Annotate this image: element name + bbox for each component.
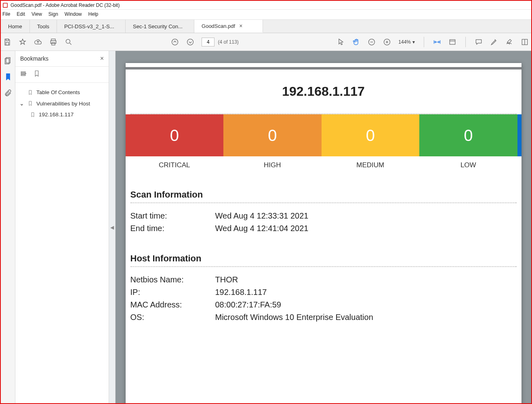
bookmark-host-ip[interactable]: 192.168.1.117	[18, 109, 106, 120]
severity-bar: 0 0 0 0	[126, 114, 521, 156]
mac-value: 08:00:27:17:FA:59	[215, 300, 281, 309]
collapse-handle-icon[interactable]: ◀	[110, 225, 114, 230]
thumbnails-icon[interactable]	[4, 57, 12, 65]
sign-icon[interactable]	[505, 38, 513, 46]
nav-rail	[1, 51, 15, 403]
ip-value: 192.168.1.117	[215, 288, 267, 297]
fit-width-icon[interactable]	[433, 38, 441, 46]
menu-edit[interactable]: Edit	[17, 11, 25, 18]
severity-medium-count: 0	[322, 114, 420, 156]
severity-low-label: LOW	[419, 161, 517, 169]
save-icon[interactable]	[3, 38, 11, 46]
page-count: (4 of 113)	[218, 39, 238, 45]
page: 192.168.1.117 0 0 0 0 CRITICAL HIGH MEDI…	[126, 63, 521, 403]
svg-rect-1	[4, 3, 7, 7]
svg-rect-3	[6, 42, 9, 45]
menu-sign[interactable]: Sign	[48, 11, 58, 18]
close-panel-icon[interactable]: ×	[100, 55, 104, 62]
panel-collapse-gutter[interactable]: ◀	[109, 51, 116, 403]
header-bar	[126, 67, 521, 69]
severity-low-count: 0	[419, 114, 517, 156]
separator	[465, 37, 466, 47]
page-down-icon[interactable]	[186, 38, 194, 46]
comment-icon[interactable]	[475, 38, 483, 46]
tab-home[interactable]: Home	[1, 20, 30, 33]
start-time-label: Start time:	[130, 211, 215, 221]
menu-help[interactable]: Help	[88, 11, 99, 18]
host-info-title: Host Information	[130, 253, 517, 264]
print-icon[interactable]	[49, 38, 57, 46]
svg-rect-2	[6, 39, 9, 40]
more-tools-icon[interactable]	[521, 38, 529, 46]
divider	[130, 202, 517, 203]
svg-point-8	[172, 39, 178, 45]
attachments-icon[interactable]	[4, 89, 12, 97]
start-time-value: Wed Aug 4 12:33:31 2021	[215, 211, 309, 221]
tab-goodscan[interactable]: GoodScan.pdf ×	[194, 20, 263, 33]
highlight-icon[interactable]	[490, 38, 498, 46]
svg-rect-16	[21, 72, 25, 73]
menu-window[interactable]: Window	[65, 11, 82, 18]
cloud-upload-icon[interactable]	[34, 38, 42, 46]
bookmarks-icon[interactable]	[4, 73, 12, 81]
svg-rect-12	[450, 40, 455, 44]
menu-file[interactable]: File	[2, 11, 10, 18]
severity-high-label: HIGH	[223, 161, 322, 169]
severity-labels: CRITICAL HIGH MEDIUM LOW	[126, 161, 521, 169]
chevron-down-icon[interactable]: ⌄	[19, 100, 24, 107]
tab-bar: Home Tools PCI-DSS-v3_2_1-S... Sec-1 Sec…	[1, 20, 531, 33]
svg-rect-18	[21, 75, 25, 76]
zoom-dropdown[interactable]: 144% ▾	[398, 39, 415, 45]
scan-info-title: Scan Information	[130, 189, 517, 200]
svg-rect-6	[52, 42, 55, 45]
chevron-down-icon: ▾	[412, 39, 415, 45]
new-bookmark-icon[interactable]	[33, 70, 40, 78]
menubar: File Edit View Sign Window Help	[1, 10, 531, 20]
pointer-icon[interactable]	[337, 38, 345, 46]
divider	[130, 266, 517, 267]
hand-icon[interactable]	[352, 38, 360, 46]
pdf-icon	[2, 2, 8, 8]
svg-rect-17	[21, 73, 25, 74]
bookmarks-title: Bookmarks	[20, 55, 48, 62]
titlebar: GoodScan.pdf - Adobe Acrobat Reader DC (…	[1, 1, 531, 10]
end-time-label: End time:	[130, 224, 215, 233]
star-icon[interactable]	[19, 38, 27, 46]
page-number-input[interactable]	[202, 38, 214, 46]
netbios-value: THOR	[215, 275, 238, 284]
page-up-icon[interactable]	[171, 38, 179, 46]
end-time-value: Wed Aug 4 12:41:04 2021	[215, 224, 309, 233]
host-ip-title: 192.168.1.117	[126, 84, 521, 99]
os-label: OS:	[130, 313, 215, 322]
bookmarks-panel: Bookmarks × Table Of Contents ⌄ Vulnerab…	[15, 51, 109, 403]
bookmark-toc[interactable]: Table Of Contents	[18, 87, 106, 98]
os-value: Microsoft Windows 10 Enterprise Evaluati…	[215, 313, 373, 322]
close-icon[interactable]: ×	[239, 23, 242, 29]
netbios-label: Netbios Name:	[130, 275, 215, 284]
find-icon[interactable]	[65, 38, 73, 46]
severity-info-sliver	[517, 114, 521, 156]
svg-point-9	[187, 39, 193, 45]
menu-view[interactable]: View	[32, 11, 42, 18]
tab-pci-dss[interactable]: PCI-DSS-v3_2_1-S...	[57, 20, 126, 33]
bookmark-vuln-host[interactable]: ⌄ Vulnerabilities by Host	[18, 98, 106, 109]
window-title: GoodScan.pdf - Adobe Acrobat Reader DC (…	[11, 2, 120, 8]
ip-label: IP:	[130, 288, 215, 297]
main-toolbar: (4 of 113) 144% ▾	[1, 33, 531, 51]
tab-sec1[interactable]: Sec-1 Security Con...	[126, 20, 194, 33]
severity-critical-label: CRITICAL	[126, 161, 224, 169]
tab-tools[interactable]: Tools	[30, 20, 57, 33]
svg-rect-4	[51, 39, 55, 40]
zoom-out-icon[interactable]	[368, 38, 376, 46]
severity-high-count: 0	[223, 114, 322, 156]
mac-label: MAC Address:	[130, 300, 215, 309]
zoom-in-icon[interactable]	[383, 38, 391, 46]
separator	[424, 37, 424, 47]
bookmark-options-icon[interactable]	[20, 70, 27, 78]
svg-point-7	[66, 39, 70, 43]
document-viewport[interactable]: 192.168.1.117 0 0 0 0 CRITICAL HIGH MEDI…	[116, 51, 531, 403]
page-display-icon[interactable]	[448, 38, 456, 46]
severity-medium-label: MEDIUM	[322, 161, 420, 169]
severity-critical-count: 0	[126, 114, 224, 156]
